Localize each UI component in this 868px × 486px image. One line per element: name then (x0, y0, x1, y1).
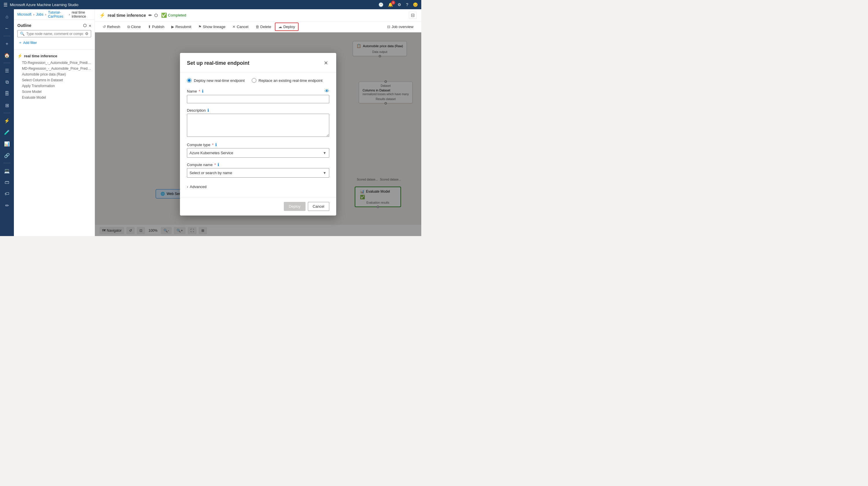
name-eye-icon[interactable]: 👁 (324, 89, 329, 94)
compute-name-field: Compute name * ℹ Select or search by nam… (187, 162, 329, 177)
job-overview-button[interactable]: ⊟ Job overview (384, 23, 416, 31)
name-field: Name * ℹ 👁 (187, 89, 329, 103)
description-textarea[interactable] (187, 114, 329, 137)
cancel-button[interactable]: ✕ Cancel (229, 23, 251, 31)
left-nav: ⌂ ← ＋ 🏠 ☰ ⧉ 🗄 ⊞ ⚡ 🧪 📊 🔗 💻 🗃 🏷 ✏ (0, 9, 14, 236)
modal-body: Deploy new real-time endpoint Replace an… (180, 72, 336, 197)
nav-datasets-icon[interactable]: 📊 (2, 138, 12, 149)
expand-icon[interactable]: ⊟ (409, 11, 416, 19)
radio-replace-existing[interactable]: Replace an existing real-time endpoint (252, 78, 322, 83)
clone-button[interactable]: ⧉ Clone (124, 23, 144, 31)
compute-type-info-icon[interactable]: ℹ (215, 142, 217, 147)
name-input[interactable] (187, 95, 329, 103)
nav-endpoints-icon[interactable]: 🔗 (2, 150, 12, 161)
name-info-icon[interactable]: ℹ (202, 89, 204, 93)
deploy-label: Deploy (283, 25, 295, 29)
nav-home-icon[interactable]: ⌂ (2, 11, 12, 22)
edit-pipeline-icon[interactable]: ✏ (148, 13, 152, 18)
breadcrumb-tutorial[interactable]: Tutorial-CarPrices (48, 10, 67, 19)
notification-badge[interactable]: 🔔 5 (388, 2, 393, 7)
help-icon[interactable]: ? (406, 2, 408, 7)
breadcrumb-sep-2: › (45, 12, 46, 17)
nav-separator-2 (3, 63, 10, 63)
modal-close-button[interactable]: ✕ (322, 59, 329, 67)
outline-label: Outline (18, 23, 31, 28)
description-info-icon[interactable]: ℹ (208, 108, 209, 112)
nav-pipelines-icon[interactable]: ⧉ (2, 77, 12, 87)
radio-replace-existing-input[interactable] (252, 78, 256, 83)
nav-label-icon[interactable]: 🏷 (2, 189, 12, 199)
delete-label: Delete (260, 25, 271, 29)
canvas-area: 📋 Automobile price data (Raw) Data outpu… (95, 32, 421, 236)
search-input[interactable] (26, 32, 83, 36)
breadcrumb-microsoft[interactable]: Microsoft (18, 12, 32, 17)
sidebar-icons: ⬡ « (83, 23, 91, 28)
nav-experiments-icon[interactable]: 🧪 (2, 127, 12, 137)
nav-jobs-icon[interactable]: ☰ (2, 65, 12, 76)
compute-name-info-icon[interactable]: ℹ (218, 162, 219, 167)
compute-name-select-container: Select or search by name ▼ (187, 168, 329, 177)
lineage-icon: ⚑ (198, 25, 202, 29)
resubmit-icon: ▶ (171, 25, 174, 29)
cancel-icon: ✕ (232, 25, 236, 29)
tree-item-1[interactable]: MD-Regression_-_Automobile_Price_Predic_… (14, 66, 95, 71)
top-bar-left: ☰ Microsoft Azure Machine Learning Studi… (3, 2, 79, 7)
search-icon: 🔍 (20, 32, 25, 36)
radio-deploy-new-label: Deploy new real-time endpoint (194, 78, 245, 83)
tree-item-6[interactable]: Evaluate Model (14, 95, 95, 100)
clock-icon[interactable]: 🕐 (378, 2, 383, 7)
compute-type-field: Compute type * ℹ Azure Kubernetes Servic… (187, 142, 329, 158)
compute-type-select[interactable]: Azure Kubernetes Service Azure Container… (187, 148, 329, 158)
filter-icon[interactable]: ⚙ (85, 32, 89, 36)
user-icon[interactable]: 😊 (413, 2, 418, 7)
tree-item-2[interactable]: Automobile price data (Raw) (14, 71, 95, 77)
delete-button[interactable]: 🗑 Delete (252, 23, 275, 31)
show-lineage-button[interactable]: ⚑ Show lineage (195, 23, 228, 31)
tree-group-icon: ⚡ (18, 54, 22, 58)
publish-button[interactable]: ⬆ Publish (145, 23, 168, 31)
status-badge: ✅ Completed (161, 12, 186, 18)
breadcrumb-current: real time inference (72, 10, 91, 19)
radio-replace-existing-label: Replace an existing real-time endpoint (259, 78, 322, 83)
nav-compute-icon[interactable]: ⚡ (2, 116, 12, 126)
modal-cancel-button[interactable]: Cancel (308, 202, 329, 211)
nav-data-icon[interactable]: 🗄 (2, 89, 12, 99)
radio-deploy-new[interactable]: Deploy new real-time endpoint (187, 78, 245, 83)
radio-group: Deploy new real-time endpoint Replace an… (187, 78, 329, 83)
tree-item-5[interactable]: Score Model (14, 89, 95, 95)
advanced-toggle[interactable]: › Advanced (187, 182, 207, 191)
tree-item-4[interactable]: Apply Transformation (14, 83, 95, 89)
tree-item-3[interactable]: Select Columns in Dataset (14, 77, 95, 83)
compute-type-select-container: Azure Kubernetes Service Azure Container… (187, 148, 329, 158)
radio-deploy-new-input[interactable] (187, 78, 191, 83)
sidebar-search[interactable]: 🔍 ⚙ (18, 30, 91, 37)
nav-code-icon[interactable]: ✏ (2, 200, 12, 210)
add-filter-button[interactable]: ＋ Add filter (18, 40, 91, 46)
breadcrumb: Microsoft › Jobs › Tutorial-CarPrices › … (18, 10, 91, 19)
breadcrumb-jobs[interactable]: Jobs (36, 12, 43, 17)
deploy-button[interactable]: ☁ Deploy (275, 23, 298, 31)
share-icon[interactable]: ⬡ (83, 23, 87, 28)
nav-add-icon[interactable]: ＋ (2, 38, 12, 49)
collapse-icon[interactable]: « (89, 23, 91, 28)
compute-name-label-text: Compute name (187, 163, 213, 167)
nav-storage-icon[interactable]: 🗃 (2, 177, 12, 188)
nav-models-icon[interactable]: ⊞ (2, 100, 12, 110)
nav-vm-icon[interactable]: 💻 (2, 165, 12, 176)
tree-group[interactable]: ⚡ real time inference (14, 52, 95, 60)
show-lineage-label: Show lineage (203, 25, 225, 29)
outline-tree: ⚡ real time inference TD-Regression_-_Au… (14, 50, 95, 103)
advanced-label: Advanced (190, 185, 207, 189)
resubmit-button[interactable]: ▶ Resubmit (168, 23, 194, 31)
hamburger-icon[interactable]: ☰ (3, 2, 7, 7)
status-icon: ✅ (161, 12, 167, 18)
refresh-button[interactable]: ↺ Refresh (99, 23, 124, 31)
share-pipeline-icon[interactable]: ⬡ (154, 13, 158, 18)
add-filter-icon: ＋ (19, 40, 22, 45)
tree-item-0[interactable]: TD-Regression_-_Automobile_Price_Predict… (14, 60, 95, 66)
compute-name-select[interactable]: Select or search by name (187, 168, 329, 177)
modal-deploy-button[interactable]: Deploy (284, 202, 305, 211)
nav-house-icon[interactable]: 🏠 (2, 50, 12, 61)
settings-icon[interactable]: ⚙ (398, 2, 401, 7)
nav-back-icon[interactable]: ← (2, 23, 12, 34)
